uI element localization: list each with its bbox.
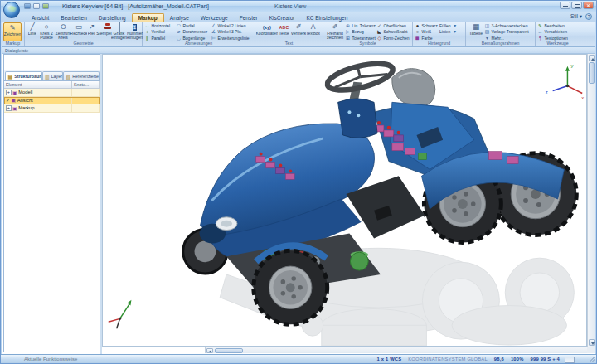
- vermerk-button[interactable]: ✐ Vermerk: [291, 22, 306, 41]
- durchmesser-button[interactable]: ⌀Durchmesser: [176, 29, 211, 35]
- bearbeiten-button[interactable]: ✎Bearbeiten: [537, 23, 577, 29]
- bezug-button[interactable]: ▷Bezug: [345, 29, 376, 35]
- structure-tree-table: Element Knote... + ▣ Modell ✓ ▣ Ansich: [4, 81, 100, 352]
- tab-strukturbaum[interactable]: ▤ Strukturbaum: [5, 71, 42, 80]
- horizontal-dimension-button[interactable]: ↔Horizontal: [144, 23, 176, 29]
- chevron-down-icon: ▾: [452, 23, 458, 29]
- verschieben-button[interactable]: ↔Verschieben: [537, 29, 577, 35]
- vertikal-dimension-button[interactable]: ↕Vertikal: [144, 29, 176, 35]
- undo-icon[interactable]: [33, 3, 40, 9]
- tree-header-element[interactable]: Element: [4, 81, 72, 88]
- steering-wheel[interactable]: [325, 58, 396, 95]
- coordinates-icon: (xy): [263, 23, 271, 32]
- stempel-button[interactable]: Stempel: [97, 22, 111, 41]
- horizontal-scroll-thumb[interactable]: [215, 348, 243, 354]
- circle-center-icon: ⊙: [60, 23, 66, 32]
- svg-text:x: x: [581, 95, 584, 100]
- tab-bearbeiten[interactable]: Bearbeiten: [55, 14, 92, 22]
- achse-verstecken-button[interactable]: ◫3-Achse verstecken: [484, 23, 532, 29]
- fuellen-dropdown[interactable]: Füllen▾: [439, 23, 463, 29]
- resize-grip[interactable]: [588, 355, 595, 362]
- title-bar: Kisters Keyview [64 Bit] - [Aufsitzmäher…: [1, 1, 596, 12]
- pencil-icon: ✎: [9, 24, 15, 32]
- kreis-2-punkte-button[interactable]: ○ Kreis 2 Punkte: [38, 22, 55, 41]
- winkel-2-linien-button[interactable]: ∠Winkel 2 Linien: [211, 23, 254, 29]
- structure-panel: ▤ Strukturbaum ▥ Layer ▧ Referenzierte B…: [3, 54, 100, 352]
- vorlage-transparent-button[interactable]: ▨Vorlage Transparent: [484, 29, 532, 35]
- rechteck-button[interactable]: ▭ Rechteck: [71, 22, 86, 41]
- tree-row-modell[interactable]: + ▣ Modell: [4, 89, 100, 97]
- winkel-3-punkte-button[interactable]: ∡Winkel 3 Pkt.: [211, 29, 254, 35]
- freehand-brush-icon: ✐: [332, 23, 337, 32]
- move-icon: ↔: [537, 29, 543, 35]
- pfeil-button[interactable]: ↗ Pfeil: [86, 22, 97, 41]
- ribbon-group-text: (xy) Koordinaten ABC Texte ✐ Vermerk A T…: [255, 22, 323, 46]
- textbox-button[interactable]: A Textbox: [306, 22, 320, 41]
- diameter-icon: ⌀: [176, 29, 182, 35]
- help-icon[interactable]: ?: [585, 13, 592, 20]
- horizontal-scrollbar[interactable]: [205, 347, 587, 353]
- hintergrund-schwarz-button[interactable]: ●Schwarz: [415, 23, 439, 29]
- status-mode-box[interactable]: [565, 357, 575, 363]
- ribbon-group-geometrie: ╱ Linie ○ Kreis 2 Punkte ⊙ Zentrum Kreis…: [25, 22, 143, 46]
- zentrum-kreis-button[interactable]: ⊙ Zentrum Kreis: [55, 22, 71, 41]
- save-icon[interactable]: [24, 3, 31, 9]
- 3d-viewport[interactable]: y x z: [102, 54, 587, 347]
- tab-ansicht[interactable]: Ansicht: [26, 14, 55, 22]
- lin-toleranz-button[interactable]: ⊕Lin. Toleranz: [345, 23, 376, 29]
- transparency-icon: ▨: [484, 29, 490, 35]
- koordinaten-button[interactable]: (xy) Koordinaten: [257, 22, 277, 41]
- hintergrund-weiss-button[interactable]: ○Weiß: [415, 29, 439, 35]
- scroll-down-icon[interactable]: [589, 339, 595, 346]
- linie-button[interactable]: ╱ Linie: [27, 22, 38, 41]
- status-function-text: Aktuelle Funktionsweise: [24, 357, 77, 362]
- minimize-button[interactable]: [560, 2, 570, 9]
- linien-dropdown[interactable]: Linien▾: [439, 29, 463, 35]
- tab-fenster[interactable]: Fenster: [234, 14, 264, 22]
- edit-pencil-icon: ✎: [537, 23, 543, 29]
- black-swatch-icon: ●: [415, 23, 420, 29]
- vertical-scroll-thumb[interactable]: [589, 62, 595, 84]
- tab-markup[interactable]: Markup: [132, 13, 164, 22]
- references-icon: ▧: [66, 74, 71, 80]
- tab-kiscreator[interactable]: KisCreator: [264, 14, 301, 22]
- tabelle-button[interactable]: ▦ Tabelle: [468, 22, 484, 41]
- zeichnen-button[interactable]: ✎ Zeichnen: [3, 22, 22, 41]
- ribbon-group-hintergrund: ●Schwarz ○Weiß ◼Farbe Füllen▾ Linien▾ Hi…: [413, 22, 466, 46]
- tab-kc-einstellungen[interactable]: KC Einstellungen: [300, 14, 353, 22]
- tree-row-ansicht[interactable]: ✓ ▣ Ansicht: [4, 97, 100, 105]
- tab-layer[interactable]: ▥ Layer: [42, 71, 64, 80]
- print-icon[interactable]: [42, 3, 49, 9]
- tabrow-right-controls: Stil ▾ ?: [570, 13, 592, 20]
- tree-row-markup[interactable]: + ▣ Markup: [4, 104, 100, 113]
- number-badge-icon: 1: [133, 23, 137, 32]
- texte-button[interactable]: ABC Texte: [277, 22, 291, 41]
- 3d-model-canvas[interactable]: y x z: [103, 55, 586, 346]
- scroll-left-icon[interactable]: [206, 348, 213, 354]
- tab-referenzierte-bauteile[interactable]: ▧ Referenzierte Ba...: [63, 71, 100, 80]
- vertical-scrollbar[interactable]: [587, 54, 595, 347]
- expand-icon[interactable]: +: [6, 90, 12, 95]
- freihand-zeichnen-button[interactable]: ✐ Freihand zeichnen: [325, 22, 345, 41]
- oberflaechen-button[interactable]: ✓Oberflächen: [376, 23, 410, 29]
- nummer-einfuegen-button[interactable]: 1 Nummer einfügen: [127, 22, 143, 41]
- expand-icon[interactable]: +: [6, 105, 12, 111]
- angle-icon: ∠: [211, 23, 216, 29]
- application-orb-button[interactable]: [3, 2, 20, 18]
- maximize-button[interactable]: [571, 2, 582, 9]
- tab-analyse[interactable]: Analyse: [164, 14, 195, 22]
- radial-dimension-button[interactable]: ◠Radial: [176, 23, 211, 29]
- tab-werkzeuge[interactable]: Werkzeuge: [195, 14, 234, 22]
- front-left-wheel[interactable]: [254, 250, 328, 324]
- window-app-name: Kisters View: [274, 3, 306, 9]
- grafik-einfuegen-button[interactable]: Grafik einfügen: [111, 22, 127, 41]
- style-dropdown[interactable]: Stil ▾: [570, 13, 582, 20]
- schweissnaht-button[interactable]: ◣Schweißnaht: [376, 29, 410, 35]
- tab-darstellung[interactable]: Darstellung: [93, 14, 132, 22]
- tree-header-knoten[interactable]: Knote...: [72, 81, 100, 88]
- horizontal-dim-icon: ↔: [144, 23, 150, 29]
- scroll-up-icon[interactable]: [589, 55, 595, 61]
- chevron-down-icon: ▾: [580, 13, 582, 19]
- close-button[interactable]: ✕: [583, 2, 594, 9]
- datum-icon: ▷: [345, 29, 351, 35]
